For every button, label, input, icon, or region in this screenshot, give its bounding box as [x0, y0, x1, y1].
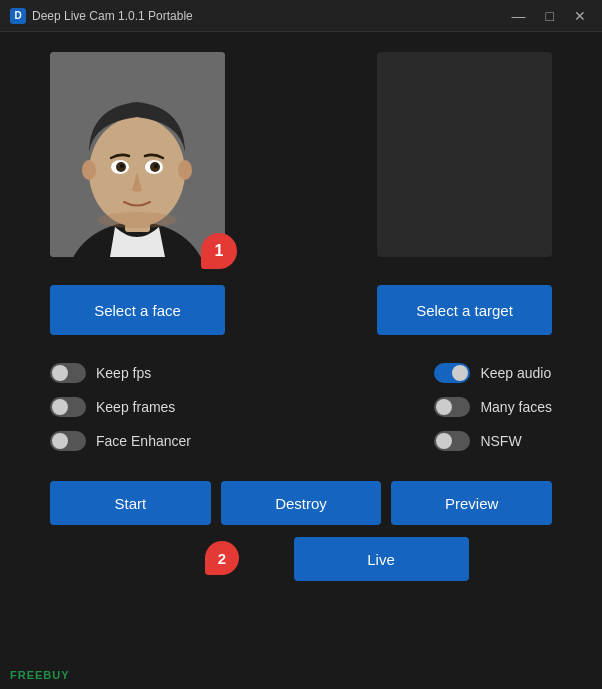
- maximize-button[interactable]: □: [540, 6, 560, 26]
- nsfw-toggle[interactable]: [434, 431, 470, 451]
- live-button[interactable]: Live: [294, 537, 469, 581]
- keep-fps-row: Keep fps: [50, 363, 191, 383]
- face-count-badge: 1: [201, 233, 237, 269]
- right-toggles: Keep audio Many faces NSFW: [434, 363, 552, 451]
- svg-point-11: [154, 164, 158, 168]
- svg-point-12: [97, 212, 177, 228]
- preview-button[interactable]: Preview: [391, 481, 552, 525]
- nsfw-knob: [436, 433, 452, 449]
- nsfw-label: NSFW: [480, 433, 521, 449]
- keep-fps-knob: [52, 365, 68, 381]
- top-section: 1: [50, 52, 552, 257]
- bottom-buttons-row: Start Destroy Preview: [50, 481, 552, 525]
- svg-point-4: [82, 160, 96, 180]
- titlebar: D Deep Live Cam 1.0.1 Portable — □ ✕: [0, 0, 602, 32]
- destroy-button[interactable]: Destroy: [221, 481, 382, 525]
- many-faces-row: Many faces: [434, 397, 552, 417]
- face-enhancer-toggle[interactable]: [50, 431, 86, 451]
- titlebar-title: Deep Live Cam 1.0.1 Portable: [32, 9, 193, 23]
- keep-frames-knob: [52, 399, 68, 415]
- keep-audio-toggle[interactable]: [434, 363, 470, 383]
- keep-audio-knob: [452, 365, 468, 381]
- face-photo-container: 1: [50, 52, 225, 257]
- titlebar-left: D Deep Live Cam 1.0.1 Portable: [10, 8, 193, 24]
- toggles-section: Keep fps Keep frames Face Enhancer: [50, 363, 552, 451]
- close-button[interactable]: ✕: [568, 6, 592, 26]
- live-badge: 2: [205, 541, 239, 575]
- watermark: FREEBUY: [10, 669, 70, 681]
- live-row: 2 Live: [50, 537, 552, 581]
- nsfw-row: NSFW: [434, 431, 552, 451]
- many-faces-label: Many faces: [480, 399, 552, 415]
- keep-fps-toggle[interactable]: [50, 363, 86, 383]
- select-buttons-row: Select a face Select a target: [50, 285, 552, 335]
- main-content: 1 Select a face Select a target Keep fps…: [0, 32, 602, 601]
- select-face-button[interactable]: Select a face: [50, 285, 225, 335]
- select-target-button[interactable]: Select a target: [377, 285, 552, 335]
- face-image: [50, 52, 225, 257]
- keep-audio-row: Keep audio: [434, 363, 552, 383]
- face-enhancer-label: Face Enhancer: [96, 433, 191, 449]
- keep-audio-label: Keep audio: [480, 365, 551, 381]
- many-faces-toggle[interactable]: [434, 397, 470, 417]
- keep-frames-row: Keep frames: [50, 397, 191, 417]
- left-toggles: Keep fps Keep frames Face Enhancer: [50, 363, 191, 451]
- face-enhancer-knob: [52, 433, 68, 449]
- many-faces-knob: [436, 399, 452, 415]
- svg-point-5: [178, 160, 192, 180]
- face-photo: [50, 52, 225, 257]
- titlebar-controls: — □ ✕: [506, 6, 592, 26]
- start-button[interactable]: Start: [50, 481, 211, 525]
- minimize-button[interactable]: —: [506, 6, 532, 26]
- face-enhancer-row: Face Enhancer: [50, 431, 191, 451]
- app-icon: D: [10, 8, 26, 24]
- target-placeholder: [377, 52, 552, 257]
- keep-frames-toggle[interactable]: [50, 397, 86, 417]
- svg-point-10: [120, 164, 124, 168]
- keep-frames-label: Keep frames: [96, 399, 175, 415]
- keep-fps-label: Keep fps: [96, 365, 151, 381]
